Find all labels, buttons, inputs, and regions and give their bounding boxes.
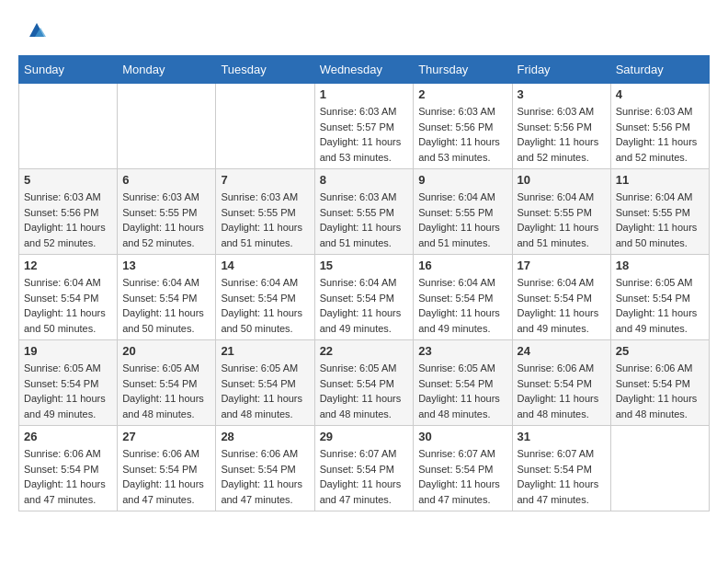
day-info: Sunrise: 6:04 AM Sunset: 5:54 PM Dayligh… xyxy=(24,275,112,336)
calendar-header: SundayMondayTuesdayWednesdayThursdayFrid… xyxy=(19,56,710,84)
day-info: Sunrise: 6:04 AM Sunset: 5:55 PM Dayligh… xyxy=(616,190,704,250)
calendar-cell: 20Sunrise: 6:05 AM Sunset: 5:54 PM Dayli… xyxy=(118,340,216,426)
calendar-cell: 28Sunrise: 6:06 AM Sunset: 5:54 PM Dayli… xyxy=(216,426,314,511)
day-info: Sunrise: 6:05 AM Sunset: 5:54 PM Dayligh… xyxy=(616,275,704,336)
week-row-3: 19Sunrise: 6:05 AM Sunset: 5:54 PM Dayli… xyxy=(19,340,710,426)
calendar-cell: 17Sunrise: 6:04 AM Sunset: 5:54 PM Dayli… xyxy=(512,255,610,340)
day-info: Sunrise: 6:05 AM Sunset: 5:54 PM Dayligh… xyxy=(122,361,210,421)
weekday-header-row: SundayMondayTuesdayWednesdayThursdayFrid… xyxy=(19,56,710,84)
day-number: 14 xyxy=(221,259,309,272)
calendar-cell: 18Sunrise: 6:05 AM Sunset: 5:54 PM Dayli… xyxy=(610,255,709,340)
day-number: 3 xyxy=(518,87,606,101)
weekday-header-monday: Monday xyxy=(118,56,216,84)
day-info: Sunrise: 6:06 AM Sunset: 5:54 PM Dayligh… xyxy=(616,361,704,421)
calendar-cell: 29Sunrise: 6:07 AM Sunset: 5:54 PM Dayli… xyxy=(314,426,414,511)
day-info: Sunrise: 6:04 AM Sunset: 5:54 PM Dayligh… xyxy=(320,275,409,336)
day-number: 20 xyxy=(122,344,210,358)
day-info: Sunrise: 6:03 AM Sunset: 5:57 PM Dayligh… xyxy=(320,104,409,165)
day-info: Sunrise: 6:05 AM Sunset: 5:54 PM Dayligh… xyxy=(418,361,506,421)
day-info: Sunrise: 6:05 AM Sunset: 5:54 PM Dayligh… xyxy=(221,361,309,421)
calendar-cell: 21Sunrise: 6:05 AM Sunset: 5:54 PM Dayli… xyxy=(216,340,314,426)
calendar-cell: 9Sunrise: 6:04 AM Sunset: 5:55 PM Daylig… xyxy=(414,169,512,255)
logo xyxy=(18,18,50,46)
day-number: 30 xyxy=(418,430,506,443)
day-info: Sunrise: 6:04 AM Sunset: 5:55 PM Dayligh… xyxy=(518,190,606,250)
calendar-cell: 25Sunrise: 6:06 AM Sunset: 5:54 PM Dayli… xyxy=(610,340,709,426)
calendar-cell: 6Sunrise: 6:03 AM Sunset: 5:55 PM Daylig… xyxy=(118,169,216,255)
calendar-cell: 30Sunrise: 6:07 AM Sunset: 5:54 PM Dayli… xyxy=(414,426,512,511)
day-info: Sunrise: 6:06 AM Sunset: 5:54 PM Dayligh… xyxy=(122,446,210,507)
calendar-cell: 1Sunrise: 6:03 AM Sunset: 5:57 PM Daylig… xyxy=(314,84,414,169)
calendar-cell: 23Sunrise: 6:05 AM Sunset: 5:54 PM Dayli… xyxy=(414,340,512,426)
calendar-cell xyxy=(216,84,314,169)
day-info: Sunrise: 6:03 AM Sunset: 5:56 PM Dayligh… xyxy=(24,190,112,250)
calendar-cell: 7Sunrise: 6:03 AM Sunset: 5:55 PM Daylig… xyxy=(216,169,314,255)
day-number: 2 xyxy=(418,87,506,101)
day-info: Sunrise: 6:04 AM Sunset: 5:55 PM Dayligh… xyxy=(418,190,506,250)
calendar-cell xyxy=(610,426,709,511)
weekday-header-wednesday: Wednesday xyxy=(314,56,414,84)
day-number: 31 xyxy=(518,430,606,443)
calendar-cell: 11Sunrise: 6:04 AM Sunset: 5:55 PM Dayli… xyxy=(610,169,709,255)
calendar-cell: 13Sunrise: 6:04 AM Sunset: 5:54 PM Dayli… xyxy=(118,255,216,340)
day-number: 7 xyxy=(221,173,309,187)
day-info: Sunrise: 6:03 AM Sunset: 5:55 PM Dayligh… xyxy=(320,190,409,250)
day-number: 24 xyxy=(518,344,606,358)
calendar-cell: 3Sunrise: 6:03 AM Sunset: 5:56 PM Daylig… xyxy=(512,84,610,169)
calendar-cell xyxy=(118,84,216,169)
day-number: 12 xyxy=(24,259,112,272)
day-info: Sunrise: 6:07 AM Sunset: 5:54 PM Dayligh… xyxy=(320,446,409,507)
calendar-cell: 26Sunrise: 6:06 AM Sunset: 5:54 PM Dayli… xyxy=(19,426,118,511)
day-info: Sunrise: 6:03 AM Sunset: 5:55 PM Dayligh… xyxy=(122,190,210,250)
calendar-cell: 22Sunrise: 6:05 AM Sunset: 5:54 PM Dayli… xyxy=(314,340,414,426)
day-number: 23 xyxy=(418,344,506,358)
calendar-cell: 15Sunrise: 6:04 AM Sunset: 5:54 PM Dayli… xyxy=(314,255,414,340)
day-number: 27 xyxy=(122,430,210,443)
calendar-cell: 19Sunrise: 6:05 AM Sunset: 5:54 PM Dayli… xyxy=(19,340,118,426)
day-number: 22 xyxy=(320,344,409,358)
day-info: Sunrise: 6:05 AM Sunset: 5:54 PM Dayligh… xyxy=(24,361,112,421)
day-number: 4 xyxy=(616,87,704,101)
day-number: 21 xyxy=(221,344,309,358)
calendar-cell: 16Sunrise: 6:04 AM Sunset: 5:54 PM Dayli… xyxy=(414,255,512,340)
day-info: Sunrise: 6:03 AM Sunset: 5:55 PM Dayligh… xyxy=(221,190,309,250)
weekday-header-saturday: Saturday xyxy=(610,56,709,84)
week-row-0: 1Sunrise: 6:03 AM Sunset: 5:57 PM Daylig… xyxy=(19,84,710,169)
calendar-cell: 4Sunrise: 6:03 AM Sunset: 5:56 PM Daylig… xyxy=(610,84,709,169)
day-number: 18 xyxy=(616,259,704,272)
day-number: 25 xyxy=(616,344,704,358)
day-info: Sunrise: 6:06 AM Sunset: 5:54 PM Dayligh… xyxy=(24,446,112,507)
day-number: 11 xyxy=(616,173,704,187)
day-info: Sunrise: 6:03 AM Sunset: 5:56 PM Dayligh… xyxy=(518,104,606,165)
day-number: 29 xyxy=(320,430,409,443)
day-number: 5 xyxy=(24,173,112,187)
day-info: Sunrise: 6:04 AM Sunset: 5:54 PM Dayligh… xyxy=(221,275,309,336)
day-number: 6 xyxy=(122,173,210,187)
day-info: Sunrise: 6:03 AM Sunset: 5:56 PM Dayligh… xyxy=(616,104,704,165)
calendar-table: SundayMondayTuesdayWednesdayThursdayFrid… xyxy=(18,55,710,511)
calendar-cell: 31Sunrise: 6:07 AM Sunset: 5:54 PM Dayli… xyxy=(512,426,610,511)
calendar-cell: 12Sunrise: 6:04 AM Sunset: 5:54 PM Dayli… xyxy=(19,255,118,340)
calendar-cell: 10Sunrise: 6:04 AM Sunset: 5:55 PM Dayli… xyxy=(512,169,610,255)
day-info: Sunrise: 6:07 AM Sunset: 5:54 PM Dayligh… xyxy=(418,446,506,507)
day-number: 8 xyxy=(320,173,409,187)
calendar-cell: 14Sunrise: 6:04 AM Sunset: 5:54 PM Dayli… xyxy=(216,255,314,340)
day-info: Sunrise: 6:04 AM Sunset: 5:54 PM Dayligh… xyxy=(122,275,210,336)
day-number: 13 xyxy=(122,259,210,272)
calendar-body: 1Sunrise: 6:03 AM Sunset: 5:57 PM Daylig… xyxy=(19,84,710,511)
calendar-cell: 5Sunrise: 6:03 AM Sunset: 5:56 PM Daylig… xyxy=(19,169,118,255)
day-number: 16 xyxy=(418,259,506,272)
day-info: Sunrise: 6:04 AM Sunset: 5:54 PM Dayligh… xyxy=(518,275,606,336)
header xyxy=(18,18,710,46)
day-number: 10 xyxy=(518,173,606,187)
day-info: Sunrise: 6:06 AM Sunset: 5:54 PM Dayligh… xyxy=(221,446,309,507)
day-info: Sunrise: 6:04 AM Sunset: 5:54 PM Dayligh… xyxy=(418,275,506,336)
day-number: 17 xyxy=(518,259,606,272)
day-number: 9 xyxy=(418,173,506,187)
day-number: 19 xyxy=(24,344,112,358)
day-info: Sunrise: 6:07 AM Sunset: 5:54 PM Dayligh… xyxy=(518,446,606,507)
day-number: 26 xyxy=(24,430,112,443)
weekday-header-friday: Friday xyxy=(512,56,610,84)
calendar-cell: 8Sunrise: 6:03 AM Sunset: 5:55 PM Daylig… xyxy=(314,169,414,255)
weekday-header-sunday: Sunday xyxy=(19,56,118,84)
